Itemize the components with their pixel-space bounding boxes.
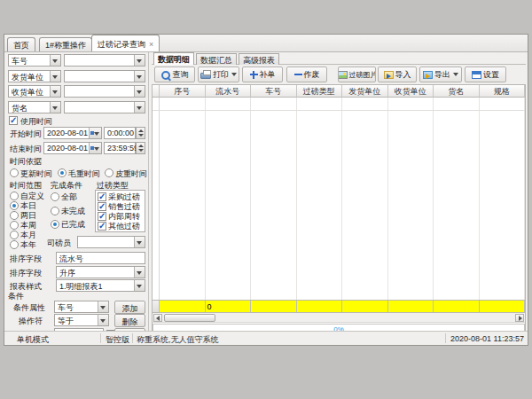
filter-row-shipper: 发货单位: [4, 70, 148, 82]
tab-home[interactable]: 首页: [7, 37, 35, 51]
use-time-checkbox[interactable]: [9, 116, 18, 125]
condition-attr-row: 条件属性 车号 添加: [4, 301, 148, 313]
chevron-down-icon[interactable]: [134, 237, 145, 247]
operator-row: 操作符 等于 删除: [4, 314, 148, 326]
calendar-icon[interactable]: [89, 128, 101, 138]
import-button[interactable]: 导入: [378, 66, 417, 82]
weigher-select[interactable]: [77, 236, 145, 248]
add-condition-button[interactable]: 添加: [114, 301, 145, 314]
weigher-label: 司磅员: [47, 238, 71, 249]
report-style-select[interactable]: 1.明细报表1: [56, 279, 145, 292]
chevron-down-icon[interactable]: [134, 102, 145, 113]
tab-weighing-operation[interactable]: 1#称重操作: [39, 37, 92, 51]
empty-row-divider: [153, 110, 525, 111]
weigh-photos-button[interactable]: 过磅图片: [338, 66, 376, 82]
radio-finish-all[interactable]: [51, 192, 59, 201]
filter-field-select-1[interactable]: 车号: [8, 54, 61, 66]
radio-range-today[interactable]: [10, 201, 19, 210]
sort-field-input[interactable]: 流水号: [56, 252, 145, 264]
radio-range-this-week[interactable]: [10, 221, 19, 230]
tab-weigh-record-query[interactable]: 过磅记录查询×: [91, 35, 160, 51]
condition-attr-select[interactable]: 车号: [54, 301, 109, 313]
chevron-down-icon[interactable]: [134, 71, 145, 82]
chevron-down-icon[interactable]: [50, 102, 60, 113]
scroll-right-icon[interactable]: [515, 314, 524, 322]
chevron-down-icon[interactable]: [134, 86, 145, 97]
tab-advanced-report[interactable]: 高级报表: [239, 53, 279, 65]
chevron-down-icon[interactable]: [50, 86, 60, 97]
void-button[interactable]: 作废: [286, 66, 327, 82]
chevron-down-icon[interactable]: [134, 280, 145, 291]
filter-panel: 车号 发货单位 收货单位 货名 使用时间 开始时间 2020-08-0: [4, 52, 149, 331]
picture-icon: [338, 71, 348, 79]
radio-gross-time[interactable]: [58, 168, 66, 177]
weigher-row: 司磅员: [4, 236, 148, 248]
column-header-weigh-type[interactable]: 过磅类型: [297, 85, 343, 98]
filter-value-select-2[interactable]: [64, 70, 145, 82]
end-time-field[interactable]: 23:59:59: [104, 142, 136, 154]
calendar-icon[interactable]: [89, 143, 101, 153]
sort-field-label: 排序字段: [10, 254, 42, 265]
data-grid: 序号 流水号 车号 过磅类型 发货单位 收货单位 货名 规格: [152, 84, 526, 331]
chevron-down-icon[interactable]: [98, 301, 108, 312]
radio-range-two-days[interactable]: [10, 211, 19, 220]
chevron-down-icon[interactable]: [134, 55, 145, 66]
tab-data-summary[interactable]: 数据汇总: [196, 53, 237, 65]
export-button[interactable]: 导出: [419, 66, 462, 82]
end-date-field[interactable]: 2020-08-01: [43, 142, 102, 154]
start-time-row: 开始时间 2020-08-01 0:00:00: [4, 127, 148, 139]
checkbox-purchase-weigh[interactable]: [98, 192, 106, 201]
radio-tare-time[interactable]: [105, 168, 113, 177]
column-header-goods[interactable]: 货名: [434, 85, 480, 98]
radio-finish-complete[interactable]: [51, 220, 59, 229]
column-header-spec[interactable]: 规格: [480, 85, 526, 98]
status-bar: 单机模式 智控版 称重系统,无人值守系统 2020-08-01 11:23:57: [4, 331, 528, 345]
radio-range-custom[interactable]: [10, 192, 19, 200]
tab-data-detail[interactable]: 数据明细: [153, 52, 194, 65]
chevron-down-icon: [453, 73, 458, 76]
print-button[interactable]: 打印: [198, 66, 239, 82]
settings-button[interactable]: 设置: [465, 66, 506, 82]
sort-order-select[interactable]: 升序: [56, 266, 145, 278]
end-time-stepper[interactable]: [136, 142, 145, 154]
grid-toolbar: 查询 打印 补单 作废 过磅图片 导入 导出 设置: [152, 65, 526, 84]
status-edition: 智控版: [106, 334, 129, 346]
column-header-seq[interactable]: 序号: [160, 85, 206, 98]
scrollbar-thumb[interactable]: [164, 314, 215, 322]
query-button[interactable]: 查询: [154, 66, 195, 82]
chevron-down-icon[interactable]: [134, 267, 145, 278]
summary-serial-count: 0: [206, 301, 252, 312]
radio-update-time[interactable]: [10, 168, 19, 177]
filter-value-select-1[interactable]: [64, 54, 145, 66]
row-selector-header: [153, 85, 160, 98]
checkbox-sales-weigh[interactable]: [98, 202, 106, 211]
delete-condition-button[interactable]: 删除: [114, 314, 145, 327]
chevron-down-icon[interactable]: [98, 315, 108, 325]
chevron-down-icon[interactable]: [50, 71, 60, 82]
radio-finish-incomplete[interactable]: [51, 207, 59, 215]
filter-field-select-4[interactable]: 货名: [8, 101, 61, 113]
chevron-down-icon[interactable]: [50, 55, 60, 66]
operator-select[interactable]: 等于: [54, 314, 109, 326]
supplement-order-button[interactable]: 补单: [242, 66, 283, 82]
checkbox-internal-transfer[interactable]: [98, 212, 106, 221]
filter-field-select-3[interactable]: 收货单位: [8, 85, 61, 98]
column-header-serial[interactable]: 流水号: [206, 85, 252, 98]
filter-field-select-2[interactable]: 发货单位: [8, 70, 61, 82]
scroll-left-icon[interactable]: [153, 314, 162, 322]
operator-label: 操作符: [19, 316, 43, 327]
close-icon[interactable]: ×: [149, 40, 153, 49]
start-time-stepper[interactable]: [136, 127, 145, 139]
horizontal-scrollbar[interactable]: [153, 313, 525, 323]
condition-attr-label: 条件属性: [13, 302, 45, 314]
start-time-field[interactable]: 0:00:00: [104, 127, 136, 139]
column-header-receiver[interactable]: 收货单位: [388, 85, 434, 98]
filter-value-select-3[interactable]: [64, 85, 145, 98]
data-sub-tabs: 数据明细 数据汇总 高级报表: [152, 52, 526, 65]
checkbox-other-weigh[interactable]: [98, 222, 106, 231]
column-header-vehicle[interactable]: 车号: [251, 85, 297, 98]
column-header-shipper[interactable]: 发货单位: [342, 85, 388, 98]
finish-condition-label: 完成条件: [51, 180, 82, 192]
filter-value-select-4[interactable]: [64, 101, 145, 113]
start-date-field[interactable]: 2020-08-01: [43, 127, 102, 139]
